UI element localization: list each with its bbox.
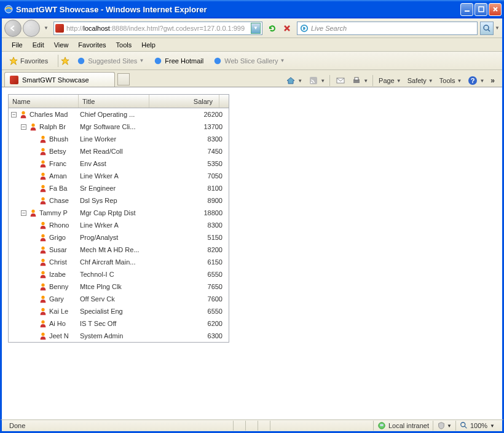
more-chevron-icon[interactable]: » xyxy=(488,75,497,86)
search-go-button[interactable] xyxy=(480,22,494,35)
svg-point-20 xyxy=(41,173,44,176)
ie-logo-icon xyxy=(4,4,14,14)
tree-row[interactable]: SusarMech Mt A HD Re...8200 xyxy=(9,244,229,256)
tree-row[interactable]: ChristChf Aircraft Main...6150 xyxy=(9,256,229,268)
status-text: Done xyxy=(6,421,233,431)
person-icon xyxy=(39,135,47,143)
menu-tools[interactable]: Tools xyxy=(111,40,137,50)
col-header-name[interactable]: Name xyxy=(9,95,79,108)
svg-point-15 xyxy=(22,111,25,114)
person-icon xyxy=(39,270,47,279)
feeds-button[interactable]: ▼ xyxy=(306,74,328,87)
stop-button[interactable] xyxy=(280,22,294,35)
row-name: Grigo xyxy=(49,234,66,241)
tree-row[interactable]: FrancEnv Asst5350 xyxy=(9,157,229,170)
minimize-button[interactable] xyxy=(460,3,473,16)
tab-active[interactable]: SmartGWT Showcase xyxy=(4,72,115,87)
print-button[interactable]: ▼ xyxy=(349,74,371,87)
page-menu[interactable]: Page▼ xyxy=(376,76,404,85)
person-icon xyxy=(39,159,47,168)
new-tab-button[interactable] xyxy=(117,73,130,85)
forward-button[interactable] xyxy=(23,20,40,37)
menu-view[interactable]: View xyxy=(49,40,74,50)
col-header-salary[interactable]: Salary xyxy=(149,95,219,108)
close-button[interactable] xyxy=(489,3,502,16)
row-name: Bhush xyxy=(49,135,68,143)
address-dropdown-icon[interactable]: ▼ xyxy=(251,23,261,34)
titlebar[interactable]: SmartGWT Showcase - Windows Internet Exp… xyxy=(0,0,504,18)
row-salary: 6550 xyxy=(149,308,229,315)
tree-row[interactable]: BennyMtce Plng Clk7650 xyxy=(9,280,229,293)
security-zone[interactable]: Local intranet xyxy=(373,421,433,431)
status-bar: Done Local intranet ▼ 100% ▼ xyxy=(0,419,504,433)
search-dropdown-icon[interactable]: ▼ xyxy=(495,25,500,31)
tree-row[interactable]: AmanLine Wrker A7050 xyxy=(9,170,229,182)
menu-bar: File Edit View Favorites Tools Help xyxy=(2,38,502,52)
tree-row[interactable]: BetsyMet Read/Coll7450 xyxy=(9,145,229,157)
tree-row[interactable]: IzabeTechnol-I C6550 xyxy=(9,268,229,280)
tree-row[interactable]: GaryOff Serv Ck7600 xyxy=(9,293,229,305)
tree-row[interactable]: BhushLine Worker8300 xyxy=(9,133,229,145)
zoom-control[interactable]: 100% ▼ xyxy=(455,421,498,431)
row-name: Benny xyxy=(49,283,68,290)
row-title: Chf Aircraft Main... xyxy=(79,258,149,266)
collapse-icon[interactable]: − xyxy=(11,112,17,117)
refresh-button[interactable] xyxy=(266,22,279,35)
favlink-webslice[interactable]: Web Slice Gallery ▼ xyxy=(210,55,288,66)
row-name: Rhono xyxy=(49,221,69,229)
readmail-button[interactable] xyxy=(333,74,348,87)
maximize-button[interactable] xyxy=(474,3,487,16)
row-salary: 6550 xyxy=(149,271,229,278)
svg-rect-12 xyxy=(355,77,358,80)
row-salary: 5350 xyxy=(149,160,229,167)
col-header-title[interactable]: Title xyxy=(79,95,149,108)
tree-row[interactable]: −Tammy PMgr Cap Rptg Dist18800 xyxy=(9,207,229,219)
person-icon xyxy=(19,110,28,119)
zoom-icon xyxy=(460,421,468,430)
add-favorite-icon[interactable] xyxy=(61,57,69,65)
tree-row[interactable]: ChaseDsl Sys Rep8900 xyxy=(9,194,229,207)
menu-edit[interactable]: Edit xyxy=(28,40,49,50)
tree-row[interactable]: −Ralph BrMgr Software Cli...13700 xyxy=(9,121,229,133)
address-bar[interactable]: http://localhost:8888/index.html?gwt.cod… xyxy=(53,22,262,35)
svg-rect-1 xyxy=(465,10,470,12)
tree-row[interactable]: GrigoProg/Analyst5150 xyxy=(9,231,229,244)
back-button[interactable] xyxy=(4,20,22,37)
menu-help[interactable]: Help xyxy=(136,40,160,50)
page-content: Name Title Salary −Charles MadChief Oper… xyxy=(2,87,502,419)
person-icon xyxy=(39,172,47,180)
protected-mode[interactable]: ▼ xyxy=(433,421,455,431)
nav-dropdown-icon[interactable]: ▼ xyxy=(44,25,49,31)
row-salary: 13700 xyxy=(149,123,229,130)
svg-point-30 xyxy=(41,296,44,299)
favorites-bar: Favorites Suggested Sites ▼ Free Hotmail… xyxy=(2,52,502,70)
row-salary: 5150 xyxy=(149,234,229,241)
tree-row[interactable]: −Charles MadChief Operating ...26200 xyxy=(9,108,229,121)
tree-row[interactable]: Jeet NSystem Admin6300 xyxy=(9,330,229,342)
tools-menu[interactable]: Tools▼ xyxy=(437,76,465,85)
svg-point-9 xyxy=(311,82,313,84)
menu-favorites[interactable]: Favorites xyxy=(73,40,111,50)
person-icon xyxy=(39,196,47,205)
favorites-button[interactable]: Favorites xyxy=(6,55,52,66)
safety-menu[interactable]: Safety▼ xyxy=(405,76,436,85)
row-salary: 7600 xyxy=(149,295,229,303)
star-icon xyxy=(9,57,18,65)
grid-body[interactable]: −Charles MadChief Operating ...26200−Ral… xyxy=(9,108,229,342)
collapse-icon[interactable]: − xyxy=(21,210,26,216)
tree-row[interactable]: Kai LeSpecialist Eng6550 xyxy=(9,305,229,317)
home-button[interactable]: ▼ xyxy=(283,74,305,87)
favlink-suggested[interactable]: Suggested Sites ▼ xyxy=(73,55,148,66)
svg-point-6 xyxy=(155,57,162,64)
collapse-icon[interactable]: − xyxy=(21,124,26,130)
search-input[interactable]: Live Search xyxy=(297,22,478,35)
tree-row[interactable]: RhonoLine Wrker A8300 xyxy=(9,219,229,231)
row-salary: 7050 xyxy=(149,172,229,180)
tree-row[interactable]: Ai HoIS T Sec Off6200 xyxy=(9,317,229,330)
favlink-hotmail[interactable]: Free Hotmail xyxy=(150,55,207,66)
svg-point-28 xyxy=(41,271,44,274)
menu-file[interactable]: File xyxy=(7,40,28,50)
help-button[interactable]: ?▼ xyxy=(465,74,487,87)
tree-row[interactable]: Fa BaSr Engineer8100 xyxy=(9,182,229,194)
address-text: http://localhost:8888/index.html?gwt.cod… xyxy=(66,25,251,32)
